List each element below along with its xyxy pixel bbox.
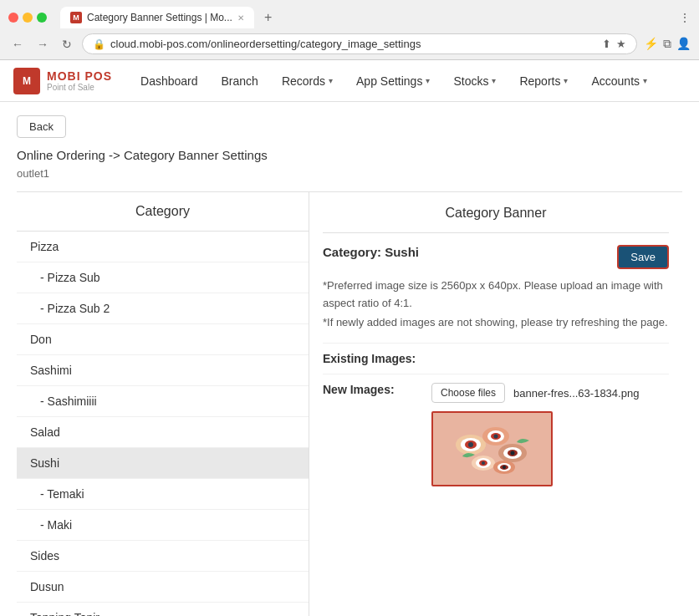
category-panel: Category Pizza- Pizza Sub- Pizza Sub 2Do… [17,192,309,616]
svg-point-20 [503,466,506,469]
lock-icon: 🔒 [93,38,105,50]
browser-chrome: M Category Banner Settings | Mo... ✕ + ⋮… [0,0,699,60]
window-icon[interactable]: ⧉ [663,37,671,51]
svg-point-12 [511,451,515,456]
reload-btn[interactable]: ↻ [59,36,75,53]
bookmark-icon[interactable]: ★ [616,38,626,50]
nav-dashboard-label: Dashboard [140,74,198,88]
category-item-sashimiiii[interactable]: - Sashimiiii [17,386,309,417]
maximize-window-btn[interactable] [37,13,47,23]
nav-app-settings-label: App Settings [356,74,422,88]
records-dropdown-arrow: ▾ [329,76,333,85]
logo-subtitle: Point of Sale [47,83,112,92]
forward-btn[interactable]: → [33,36,52,53]
nav-bar: ← → ↻ 🔒 ⬆ ★ ⚡ ⧉ 👤 [0,28,699,59]
page-content: Back Online Ordering -> Category Banner … [0,102,699,616]
new-images-field-row: New Images: Choose files banner-fres...6… [323,374,669,495]
svg-point-16 [482,461,485,465]
outlet-label: outlet1 [17,167,682,180]
banner-top-row: Category: Sushi Save [323,245,669,269]
logo-text-container: MOBI POS Point of Sale [47,69,112,92]
info-line1: *Preferred image size is 2560px x 640px.… [323,277,669,313]
tab-title: Category Banner Settings | Mo... [87,12,232,23]
file-name-display: banner-fres...63-1834.png [513,387,639,400]
banner-panel-header: Category Banner [323,206,669,233]
new-images-row: Choose files banner-fres...63-1834.png [431,383,669,403]
close-window-btn[interactable] [8,13,18,23]
nav-records-label: Records [282,74,325,88]
share-icon[interactable]: ⬆ [602,38,611,50]
info-line2: *If newly added images are not showing, … [323,314,669,332]
sushi-preview-svg [433,413,551,485]
choose-files-button[interactable]: Choose files [431,383,505,403]
category-item-pizza-sub-2[interactable]: - Pizza Sub 2 [17,293,309,324]
category-item-sushi[interactable]: Sushi [17,448,309,479]
app-header: M MOBI POS Point of Sale Dashboard Branc… [0,60,699,102]
main-nav: Dashboard Branch Records ▾ App Settings … [129,60,659,102]
extensions-icon[interactable]: ⚡ [644,37,658,51]
category-item-tapping-tapir[interactable]: Tapping Tapir [17,603,309,616]
accounts-dropdown-arrow: ▾ [643,76,647,85]
nav-branch[interactable]: Branch [210,60,270,102]
category-item-temaki[interactable]: - Temaki [17,479,309,510]
address-bar-actions: ⬆ ★ [602,38,626,50]
address-bar[interactable]: 🔒 ⬆ ★ [82,33,637,54]
category-item-don[interactable]: Don [17,324,309,355]
banner-panel: Category Banner Category: Sushi Save *Pr… [309,192,682,616]
image-preview [431,411,553,486]
category-item-pizza[interactable]: Pizza [17,232,309,262]
existing-images-row: Existing Images: [323,343,669,374]
profile-icon[interactable]: 👤 [676,37,691,51]
stocks-dropdown-arrow: ▾ [492,76,496,85]
title-bar: M Category Banner Settings | Mo... ✕ + ⋮ [0,0,699,28]
minimize-window-btn[interactable] [23,13,33,23]
app-settings-dropdown-arrow: ▾ [426,76,430,85]
nav-accounts-label: Accounts [591,74,640,88]
category-list: Pizza- Pizza Sub- Pizza Sub 2DonSashimi-… [17,232,309,616]
logo-name: MOBI POS [47,69,112,83]
nav-accounts[interactable]: Accounts ▾ [579,60,659,102]
logo-letter: M [23,75,31,87]
nav-branch-label: Branch [222,74,258,88]
nav-records[interactable]: Records ▾ [270,60,344,102]
reports-dropdown-arrow: ▾ [564,76,568,85]
logo: M MOBI POS Point of Sale [13,68,112,94]
nav-stocks-label: Stocks [453,74,488,88]
back-button[interactable]: Back [17,115,66,138]
existing-images-label: Existing Images: [323,352,431,365]
selected-category-title: Category: Sushi [323,245,419,259]
nav-app-settings[interactable]: App Settings ▾ [344,60,441,102]
category-item-pizza-sub[interactable]: - Pizza Sub [17,262,309,293]
category-item-sides[interactable]: Sides [17,541,309,572]
nav-reports[interactable]: Reports ▾ [508,60,579,102]
back-btn[interactable]: ← [8,36,27,53]
url-input[interactable] [110,38,597,50]
category-item-salad[interactable]: Salad [17,417,309,448]
info-text: *Preferred image size is 2560px x 640px.… [323,277,669,331]
new-tab-btn[interactable]: + [261,7,275,28]
nav-stocks[interactable]: Stocks ▾ [441,60,508,102]
new-images-label: New Images: [323,383,431,396]
category-item-dusun[interactable]: Dusun [17,572,309,603]
svg-point-8 [494,435,498,439]
toolbar-icons: ⚡ ⧉ 👤 [644,37,691,51]
new-images-value: Choose files banner-fres...63-1834.png [431,383,669,486]
svg-rect-0 [433,413,551,485]
svg-point-4 [468,442,473,447]
breadcrumb: Online Ordering -> Category Banner Setti… [17,148,682,162]
logo-icon: M [13,68,40,94]
window-controls [8,13,47,23]
save-button[interactable]: Save [617,245,669,269]
category-item-sashimi[interactable]: Sashimi [17,355,309,386]
category-item-maki[interactable]: - Maki [17,510,309,541]
nav-dashboard[interactable]: Dashboard [129,60,210,102]
tab-favicon: M [70,12,82,23]
active-tab[interactable]: M Category Banner Settings | Mo... ✕ [60,7,254,28]
two-column-layout: Category Pizza- Pizza Sub- Pizza Sub 2Do… [17,191,682,616]
tab-close-btn[interactable]: ✕ [237,13,244,23]
nav-reports-label: Reports [519,74,560,88]
banner-section: Category: Sushi Save *Preferred image si… [323,245,669,495]
browser-menu-icon[interactable]: ⋮ [679,11,691,24]
category-panel-header: Category [17,192,309,232]
